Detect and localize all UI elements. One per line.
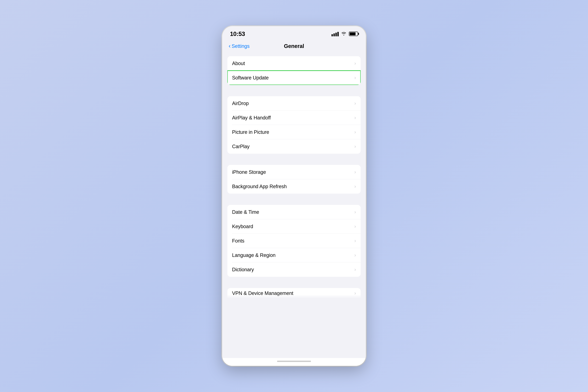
chevron-icon: › (354, 224, 356, 229)
chevron-icon: › (354, 169, 356, 175)
card-group-2: AirDrop › AirPlay & Handoff › Picture in… (227, 96, 361, 154)
back-button-label: Settings (232, 44, 250, 49)
status-icons (332, 31, 358, 37)
chevron-icon: › (354, 267, 356, 272)
menu-item-carplay[interactable]: CarPlay › (227, 139, 361, 154)
wifi-icon (341, 31, 346, 37)
menu-item-background-app-refresh[interactable]: Background App Refresh › (227, 179, 361, 194)
chevron-icon: › (354, 209, 356, 215)
menu-item-keyboard[interactable]: Keyboard › (227, 219, 361, 234)
signal-icon (332, 31, 339, 36)
chevron-icon: › (354, 184, 356, 189)
chevron-icon: › (354, 100, 356, 106)
menu-item-airplay-handoff[interactable]: AirPlay & Handoff › (227, 110, 361, 125)
settings-content: About › Software Update › AirDrop › AirP… (222, 54, 366, 358)
home-indicator-area (222, 358, 366, 366)
card-group-4: Date & Time › Keyboard › Fonts › Languag… (227, 205, 361, 277)
chevron-icon: › (354, 75, 356, 80)
menu-item-vpn-device-management[interactable]: VPN & Device Management › (227, 288, 361, 298)
menu-item-software-update[interactable]: Software Update › (227, 70, 361, 85)
menu-item-dictionary[interactable]: Dictionary › (227, 262, 361, 277)
chevron-icon: › (354, 252, 356, 258)
phone-frame: 10:53 ‹ Settings (222, 26, 366, 366)
battery-icon (349, 32, 358, 36)
menu-item-fonts[interactable]: Fonts › (227, 234, 361, 248)
menu-item-about[interactable]: About › (227, 56, 361, 70)
chevron-icon: › (354, 238, 356, 244)
home-indicator (277, 361, 311, 362)
menu-item-iphone-storage[interactable]: iPhone Storage › (227, 165, 361, 179)
section-1: About › Software Update › (222, 56, 366, 85)
section-2: AirDrop › AirPlay & Handoff › Picture in… (222, 96, 366, 154)
section-3: iPhone Storage › Background App Refresh … (222, 165, 366, 194)
chevron-icon: › (354, 290, 356, 296)
chevron-icon: › (354, 61, 356, 66)
gap-3 (222, 198, 366, 205)
nav-bar: ‹ Settings General (222, 39, 366, 54)
back-button[interactable]: ‹ Settings (229, 44, 250, 49)
gap-4 (222, 282, 366, 288)
chevron-icon: › (354, 144, 356, 149)
back-chevron-icon: ‹ (229, 43, 231, 49)
section-4: Date & Time › Keyboard › Fonts › Languag… (222, 205, 366, 277)
status-bar: 10:53 (222, 26, 366, 39)
menu-item-language-region[interactable]: Language & Region › (227, 248, 361, 262)
card-group-3: iPhone Storage › Background App Refresh … (227, 165, 361, 194)
chevron-icon: › (354, 115, 356, 120)
card-group-1: About › Software Update › (227, 56, 361, 85)
menu-item-picture-in-picture[interactable]: Picture in Picture › (227, 125, 361, 139)
menu-item-airdrop[interactable]: AirDrop › (227, 96, 361, 110)
page-title: General (284, 43, 304, 49)
chevron-icon: › (354, 129, 356, 135)
gap-2 (222, 158, 366, 165)
menu-item-date-time[interactable]: Date & Time › (227, 205, 361, 219)
gap-1 (222, 90, 366, 96)
status-time: 10:53 (230, 30, 245, 37)
